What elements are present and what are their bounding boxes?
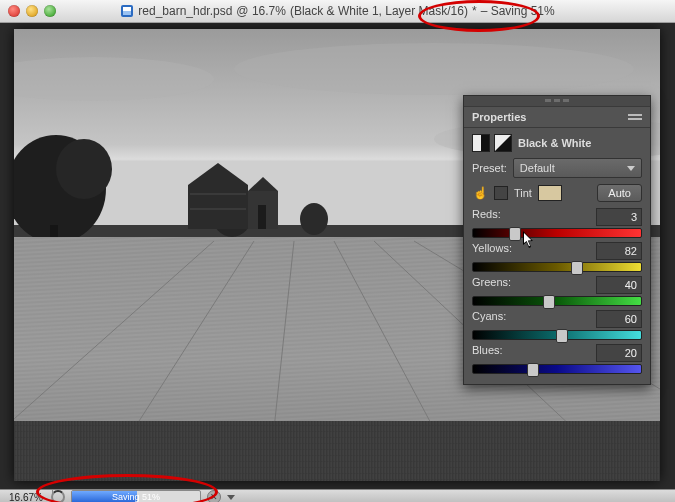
svg-rect-1 (123, 7, 131, 15)
close-window-button[interactable] (8, 5, 20, 17)
progress-spinner-icon (51, 490, 65, 502)
save-progress-bar: Saving 51% (71, 490, 201, 502)
preset-dropdown[interactable]: Default (513, 158, 642, 178)
properties-panel[interactable]: Properties Black & White Preset: Default (463, 95, 651, 385)
svg-rect-23 (258, 205, 266, 229)
document-proxy-icon[interactable] (120, 4, 134, 18)
slider-greens-track[interactable] (472, 296, 642, 306)
title-docinfo: (Black & White 1, Layer Mask/16) (290, 4, 468, 18)
slider-reds: Reds: 3 (472, 208, 642, 238)
preset-value: Default (520, 162, 555, 174)
window-titlebar: red_barn_hdr.psd @ 16.7% (Black & White … (0, 0, 675, 23)
slider-cyans-thumb[interactable] (556, 329, 568, 343)
auto-button[interactable]: Auto (597, 184, 642, 202)
slider-blues-label: Blues: (472, 344, 503, 362)
panel-tab-bar: Properties (464, 107, 650, 128)
slider-cyans-label: Cyans: (472, 310, 506, 328)
svg-rect-0 (121, 5, 133, 17)
auto-button-label: Auto (608, 187, 631, 199)
slider-yellows-label: Yellows: (472, 242, 512, 260)
slider-blues-input[interactable]: 20 (596, 344, 642, 362)
save-progress-label: Saving 51% (72, 492, 200, 502)
cancel-save-button[interactable]: ✕ (207, 490, 221, 502)
slider-reds-thumb[interactable] (509, 227, 521, 241)
status-popup-chevron-icon[interactable] (227, 495, 235, 500)
slider-greens-input[interactable]: 40 (596, 276, 642, 294)
svg-point-10 (234, 43, 634, 95)
slider-reds-input[interactable]: 3 (596, 208, 642, 226)
slider-cyans-track[interactable] (472, 330, 642, 340)
zoom-level-field[interactable]: 16.67% (0, 490, 53, 502)
panel-body: Black & White Preset: Default ☝ Tint Aut… (464, 128, 650, 384)
adjustment-icons (472, 134, 512, 152)
document-stage: Properties Black & White Preset: Default (0, 23, 675, 489)
slider-yellows: Yellows: 82 (472, 242, 642, 272)
slider-cyans: Cyans: 60 (472, 310, 642, 340)
slider-greens-thumb[interactable] (543, 295, 555, 309)
zoom-window-button[interactable] (44, 5, 56, 17)
slider-blues-track[interactable] (472, 364, 642, 374)
svg-point-17 (300, 203, 328, 235)
minimize-window-button[interactable] (26, 5, 38, 17)
window-title: red_barn_hdr.psd @ 16.7% (Black & White … (0, 4, 675, 18)
svg-rect-2 (123, 11, 131, 15)
preset-row: Preset: Default (472, 158, 642, 178)
zoom-level-value: 16.67% (9, 492, 43, 503)
panel-title: Properties (472, 111, 526, 123)
traffic-lights (8, 5, 56, 17)
slider-blues-thumb[interactable] (527, 363, 539, 377)
title-zoom: @ 16.7% (236, 4, 286, 18)
slider-reds-track[interactable] (472, 228, 642, 238)
tint-row: ☝ Tint Auto (472, 184, 642, 202)
tint-checkbox[interactable] (494, 186, 508, 200)
slider-yellows-thumb[interactable] (571, 261, 583, 275)
targeted-adjustment-tool-icon[interactable]: ☝ (472, 185, 488, 201)
status-bar: 16.67% Saving 51% ✕ (0, 489, 675, 502)
bw-adjustment-icon[interactable] (472, 134, 490, 152)
title-saving: – Saving 51% (481, 4, 555, 18)
slider-blues: Blues: 20 (472, 344, 642, 374)
slider-cyans-input[interactable]: 60 (596, 310, 642, 328)
panel-drag-grip[interactable] (464, 96, 650, 107)
svg-rect-33 (14, 421, 660, 481)
tint-label: Tint (514, 187, 532, 199)
tint-color-swatch[interactable] (538, 185, 562, 201)
title-dirty-star: * (472, 4, 477, 18)
title-filename: red_barn_hdr.psd (138, 4, 232, 18)
slider-greens: Greens: 40 (472, 276, 642, 306)
layer-mask-icon[interactable] (494, 134, 512, 152)
svg-point-14 (56, 139, 112, 199)
slider-greens-label: Greens: (472, 276, 511, 294)
adjustment-name: Black & White (518, 137, 591, 149)
panel-flyout-menu-icon[interactable] (628, 112, 642, 122)
preset-label: Preset: (472, 162, 507, 174)
chevron-down-icon (627, 166, 635, 171)
slider-yellows-input[interactable]: 82 (596, 242, 642, 260)
slider-reds-label: Reds: (472, 208, 501, 226)
slider-yellows-track[interactable] (472, 262, 642, 272)
adjustment-header: Black & White (472, 134, 642, 152)
